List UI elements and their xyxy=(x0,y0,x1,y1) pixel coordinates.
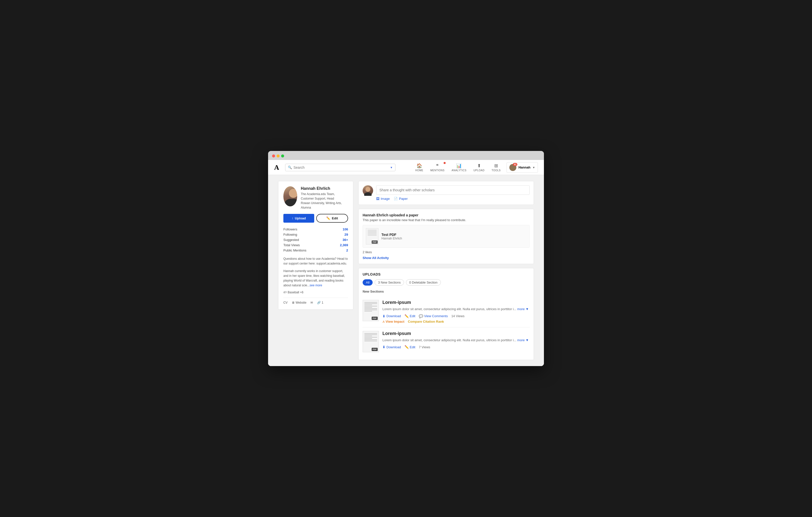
traffic-light-red[interactable] xyxy=(272,154,275,157)
home-icon: 🏠 xyxy=(416,163,422,169)
download-button-1[interactable]: ⬇ Download xyxy=(382,314,401,318)
nav-item-upload[interactable]: ⬆ UPLOAD xyxy=(470,162,488,173)
feed-avatar xyxy=(362,185,373,196)
uploads-section: UPLOADS All 3 New Sections 0 Deletable S… xyxy=(358,268,534,360)
download-button-2[interactable]: ⬇ Download xyxy=(382,345,401,349)
links-link[interactable]: 🔗 1 xyxy=(317,301,323,305)
upload-button[interactable]: ↑ Upload xyxy=(283,214,314,223)
upload-icon: ⬆ xyxy=(477,163,481,169)
paper-preview-title: Test PDF xyxy=(381,233,402,237)
nav-item-mentions[interactable]: ❝ MENTIONS xyxy=(427,162,447,173)
filter-tab-new-sections[interactable]: 3 New Sections xyxy=(375,279,404,286)
avatar-image xyxy=(283,186,297,206)
download-icon: ⬇ xyxy=(382,314,385,318)
nav-label-home: HOME xyxy=(415,169,423,172)
view-impact-button-1[interactable]: A View Impact xyxy=(382,320,405,324)
nav-label-analytics: ANALYTICS xyxy=(452,169,466,172)
profile-card: Hannah Ehrlich The Academia.edu Team, Cu… xyxy=(278,181,353,310)
edit-label-1: Edit xyxy=(410,314,415,318)
academia-logo-icon: A xyxy=(382,320,385,324)
public-mentions-value[interactable]: 2 xyxy=(346,249,348,252)
filter-tab-deletable[interactable]: 0 Deletable Section xyxy=(406,279,441,286)
browser-window: A 🔍 ▼ 🏠 HOME ❝ MENTIONS 📊 A xyxy=(268,151,544,366)
traffic-light-yellow[interactable] xyxy=(277,154,280,157)
compare-citation-button-1[interactable]: Compare Citation Rank xyxy=(408,320,444,323)
nav-item-analytics[interactable]: 📊 ANALYTICS xyxy=(448,162,469,173)
profile-title: The Academia.edu Team, Customer Support,… xyxy=(301,192,348,201)
paper-actions-1: ⬇ Download ✏️ Edit 💬 View Comments xyxy=(382,314,530,318)
download-label-2: Download xyxy=(386,345,401,349)
suggested-label: Suggested xyxy=(283,238,299,242)
activity-card: Hannah Ehrlich uploaded a paper This pap… xyxy=(358,209,534,264)
followers-label: Followers xyxy=(283,227,297,231)
views-count-1: 14 Views xyxy=(452,314,465,318)
paper-more-link-2[interactable]: more xyxy=(517,338,525,342)
download-label: Download xyxy=(386,314,401,318)
paper-thumbnail-2: PDF xyxy=(362,331,379,352)
total-views-value[interactable]: 2,369 xyxy=(340,243,348,247)
upload-label: Upload xyxy=(295,217,306,220)
paper-content-1: Lorem-ipsum Lorem ipsum dolor sit amet, … xyxy=(382,300,530,324)
logo: A xyxy=(274,164,279,172)
edit-label-2: Edit xyxy=(410,345,415,349)
user-notification-badge: 81 xyxy=(513,163,517,166)
user-menu-button[interactable]: 81 Hannah ▼ xyxy=(506,162,538,173)
nav-label-upload: UPLOAD xyxy=(473,169,485,172)
thought-box: 🖼 Image 📄 Paper xyxy=(358,181,534,205)
bio-text-2: Hannah currently works in customer suppo… xyxy=(283,269,348,288)
see-more-link[interactable]: see more xyxy=(310,284,322,287)
profile-avatar xyxy=(283,186,297,206)
profile-info: Hannah Ehrlich The Academia.edu Team, Cu… xyxy=(301,186,348,210)
feed-area: 🖼 Image 📄 Paper Hannah Ehrlich uploaded … xyxy=(358,181,534,360)
website-link[interactable]: 🖥 Website xyxy=(292,301,307,305)
nav-item-home[interactable]: 🏠 HOME xyxy=(412,162,426,173)
edit-pencil-icon-2: ✏️ xyxy=(405,345,409,349)
edit-button-2[interactable]: ✏️ Edit xyxy=(405,345,415,349)
search-input[interactable] xyxy=(293,166,388,170)
email-link[interactable]: ✉ xyxy=(311,301,313,305)
activity-description: This paper is an incredible new feat tha… xyxy=(362,218,530,222)
filter-tab-all[interactable]: All xyxy=(362,279,373,286)
suggested-value[interactable]: 36+ xyxy=(343,238,348,242)
paper-preview-author: Hannah Ehrlich xyxy=(381,237,402,240)
cv-link[interactable]: CV xyxy=(283,301,288,305)
stat-row-following: Following 29 xyxy=(283,232,348,237)
edit-button-1[interactable]: ✏️ Edit xyxy=(405,314,415,318)
table-row: PDF Lorem-ipsum Lorem ipsum dolor sit am… xyxy=(362,327,530,356)
profile-actions: ↑ Upload ✏️ Edit xyxy=(283,214,348,223)
profile-name: Hannah Ehrlich xyxy=(301,186,348,191)
monitor-icon: 🖥 xyxy=(292,301,295,305)
paper-pdf-badge-1: PDF xyxy=(372,317,378,320)
tools-icon: ⊞ xyxy=(494,163,498,169)
paper-content-2: Lorem-ipsum Lorem ipsum dolor sit amet, … xyxy=(382,331,530,352)
search-bar[interactable]: 🔍 ▼ xyxy=(285,164,396,171)
pdf-badge: PDF xyxy=(372,240,378,244)
compare-label-1: Compare Citation Rank xyxy=(408,320,444,323)
paper-preview: PDF Test PDF Hannah Ehrlich xyxy=(362,225,530,248)
show-all-activity-link[interactable]: Show All Activity xyxy=(362,256,530,260)
edit-label: Edit xyxy=(332,217,338,220)
traffic-light-green[interactable] xyxy=(281,154,284,157)
paper-actions-2: ⬇ Download ✏️ Edit 7 Views xyxy=(382,345,530,349)
comment-icon-1: 💬 xyxy=(419,314,423,318)
followers-value[interactable]: 106 xyxy=(343,227,348,231)
profile-university: Rowan University, Writing Arts, Alumna xyxy=(301,201,348,210)
svg-point-4 xyxy=(364,192,372,196)
following-label: Following xyxy=(283,233,297,236)
edit-button[interactable]: ✏️ Edit xyxy=(316,214,348,223)
nav-item-tools[interactable]: ⊞ TOOLS xyxy=(489,162,503,173)
paper-action[interactable]: 📄 Paper xyxy=(394,197,408,201)
likes-count: 2 likes xyxy=(362,250,530,254)
search-dropdown-icon[interactable]: ▼ xyxy=(390,166,393,169)
image-label: Image xyxy=(381,197,390,201)
total-views-label: Total Views xyxy=(283,243,300,247)
paper-more-link-1[interactable]: more xyxy=(517,307,525,311)
stat-row-mentions: Public Mentions 2 xyxy=(283,248,348,253)
image-action[interactable]: 🖼 Image xyxy=(376,197,390,201)
tag-icon: 🏷 xyxy=(283,290,287,294)
view-comments-button-1[interactable]: 💬 View Comments xyxy=(419,314,447,318)
following-value[interactable]: 29 xyxy=(345,233,348,236)
edit-pencil-icon: ✏️ xyxy=(326,217,330,220)
profile-header: Hannah Ehrlich The Academia.edu Team, Cu… xyxy=(283,186,348,210)
thought-input[interactable] xyxy=(376,185,530,195)
